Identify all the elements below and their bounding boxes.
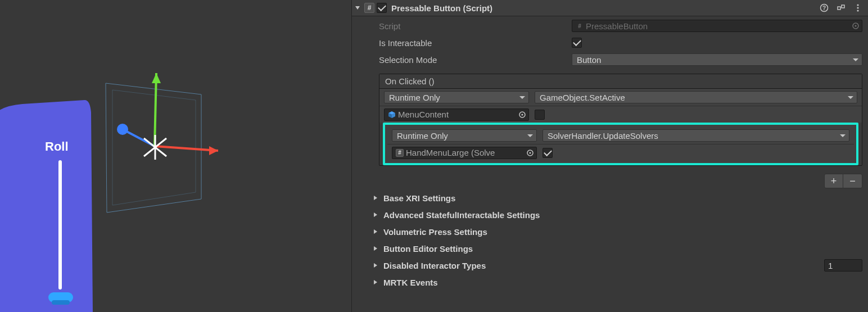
- inspector-panel: # Pressable Button (Script) ? Script # P…: [351, 0, 868, 312]
- call-state-dropdown[interactable]: Runtime Only: [392, 129, 537, 142]
- chevron-down-icon: [848, 96, 853, 99]
- panel-roll-label: Roll: [45, 139, 69, 154]
- add-event-button[interactable]: +: [824, 174, 843, 188]
- selection-mode-label: Selection Mode: [379, 55, 567, 65]
- script-row: Script # PressableButton: [352, 17, 868, 34]
- svg-point-17: [857, 10, 858, 11]
- svg-point-26: [529, 152, 531, 153]
- script-object-field: # PressableButton: [572, 20, 862, 32]
- bool-arg-checkbox[interactable]: [542, 148, 553, 158]
- svg-point-16: [857, 7, 858, 8]
- component-title: Pressable Button (Script): [391, 3, 817, 13]
- slider-handle[interactable]: [48, 292, 73, 305]
- base-xri-foldout[interactable]: Base XRI Settings: [352, 189, 868, 206]
- event-entry-0-row1: Runtime Only GameObject.SetActive: [379, 89, 862, 106]
- svg-rect-14: [842, 5, 844, 8]
- chevron-right-icon: [371, 278, 380, 287]
- kebab-menu-icon[interactable]: [853, 3, 862, 12]
- function-dropdown[interactable]: GameObject.SetActive: [535, 91, 857, 103]
- is-interactable-label: Is Interactable: [379, 38, 567, 48]
- object-picker-icon[interactable]: [517, 110, 527, 120]
- svg-point-19: [855, 25, 856, 26]
- panel-shape: [0, 100, 93, 312]
- event-header: On Clicked (): [379, 74, 862, 89]
- svg-point-24: [521, 114, 523, 115]
- is-interactable-row: Is Interactable: [352, 34, 868, 51]
- script-icon: #: [364, 3, 374, 13]
- component-foldout[interactable]: [353, 3, 362, 12]
- selection-mode-dropdown[interactable]: Button: [572, 53, 862, 66]
- svg-point-1: [117, 124, 128, 135]
- selection-mode-row: Selection Mode Button: [352, 51, 868, 68]
- object-picker-icon[interactable]: [525, 148, 535, 158]
- event-entry-highlight: Runtime Only SolverHandler.UpdateSolvers…: [383, 123, 858, 165]
- call-state-dropdown[interactable]: Runtime Only: [384, 91, 529, 103]
- svg-marker-3: [209, 146, 218, 155]
- gameobject-icon: [388, 111, 396, 119]
- component-header: # Pressable Button (Script) ?: [352, 0, 868, 16]
- scene-viewport[interactable]: Roll: [0, 0, 351, 312]
- event-entry-1-row2: # HandMenuLarge (Solve: [387, 144, 854, 161]
- remove-event-button[interactable]: −: [843, 174, 862, 188]
- svg-rect-13: [838, 7, 840, 10]
- disabled-interactor-count-field[interactable]: 1: [824, 259, 862, 272]
- event-list-controls: + −: [352, 171, 868, 189]
- svg-point-15: [857, 4, 858, 6]
- help-icon[interactable]: ?: [820, 3, 829, 12]
- object-picker-icon[interactable]: [851, 21, 861, 31]
- svg-text:?: ?: [822, 5, 826, 11]
- chevron-right-icon: [371, 244, 380, 253]
- bool-arg-checkbox[interactable]: [535, 110, 545, 120]
- script-icon: #: [396, 149, 404, 157]
- svg-line-2: [155, 146, 218, 151]
- volumetric-press-foldout[interactable]: Volumetric Press Settings: [352, 223, 868, 240]
- script-icon: #: [576, 22, 584, 30]
- event-entry-0-row2: MenuContent: [379, 106, 862, 123]
- slider-track: [58, 160, 62, 290]
- svg-rect-10: [52, 300, 70, 305]
- event-target-field[interactable]: MenuContent: [384, 108, 529, 121]
- chevron-right-icon: [371, 227, 380, 236]
- mrtk-events-foldout[interactable]: MRTK Events: [352, 274, 868, 291]
- disabled-interactor-foldout[interactable]: Disabled Interactor Types 1: [352, 257, 868, 274]
- event-entry-1-row1: Runtime Only SolverHandler.UpdateSolvers: [387, 127, 854, 144]
- svg-marker-5: [152, 73, 161, 83]
- chevron-down-icon: [840, 134, 846, 137]
- chevron-right-icon: [371, 261, 380, 270]
- preset-icon[interactable]: [837, 3, 846, 12]
- chevron-right-icon: [371, 210, 380, 219]
- function-dropdown[interactable]: SolverHandler.UpdateSolvers: [542, 129, 849, 142]
- event-target-field[interactable]: # HandMenuLarge (Solve: [392, 147, 537, 159]
- on-clicked-event: On Clicked () Runtime Only GameObject.Se…: [379, 74, 862, 166]
- button-editor-foldout[interactable]: Button Editor Settings: [352, 240, 868, 257]
- is-interactable-checkbox[interactable]: [572, 38, 582, 48]
- advanced-statefulinteractable-foldout[interactable]: Advanced StatefulInteractable Settings: [352, 206, 868, 223]
- chevron-down-icon: [527, 134, 533, 137]
- chevron-right-icon: [371, 193, 380, 202]
- script-label: Script: [379, 21, 567, 31]
- component-enable-checkbox[interactable]: [377, 3, 387, 13]
- chevron-down-icon: [853, 58, 858, 61]
- chevron-down-icon: [519, 96, 525, 99]
